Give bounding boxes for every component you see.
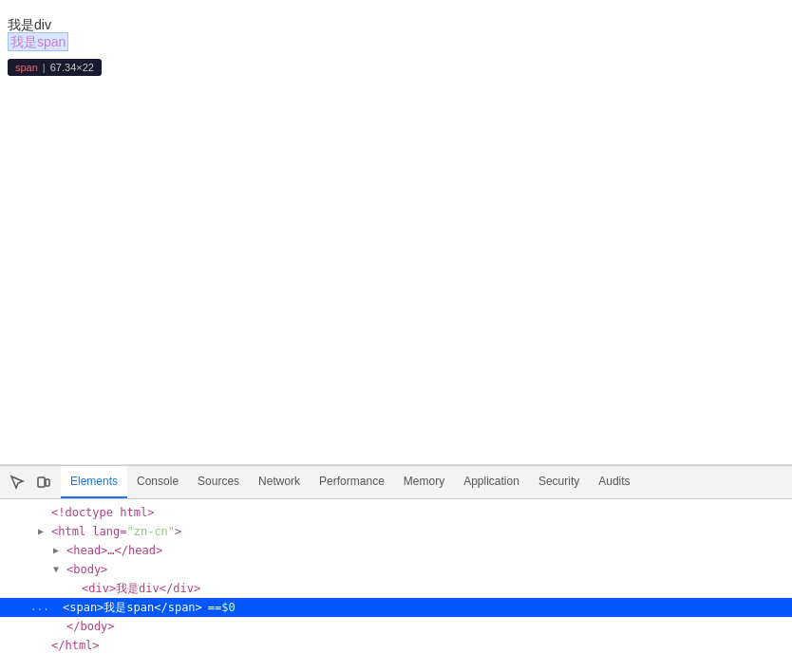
inspect-icon-button[interactable] [4,469,30,495]
tab-performance[interactable]: Performance [310,466,394,498]
devtools-toolbar: Elements Console Sources Network Perform… [0,466,792,499]
tooltip-tag: span [15,62,38,73]
code-body-open: <body> [66,561,107,578]
arrow-html[interactable] [38,523,49,540]
dollar-sign: $0 [221,599,235,616]
element-tooltip: span | 67.34×22 [8,59,102,76]
code-line-html-close[interactable]: </html> [0,636,792,655]
tab-memory[interactable]: Memory [394,466,454,498]
span-text: 我是span [8,32,68,51]
device-toolbar-button[interactable] [30,469,57,495]
code-html-close: </html> [51,637,100,654]
span-highlight: 我是span [8,33,68,51]
tooltip-divider: | [43,62,46,73]
arrow-head[interactable] [53,542,65,559]
svg-rect-0 [38,477,45,487]
code-line-body-close[interactable]: </body> [0,617,792,636]
gutter-span: ... [30,599,49,616]
code-doctype: <!doctype html> [51,504,154,521]
tab-application[interactable]: Application [454,466,529,498]
code-head: <head>…</head> [66,542,162,559]
code-line-doctype[interactable]: <!doctype html> [0,503,792,522]
code-line-head[interactable]: <head>…</head> [0,541,792,560]
tab-sources[interactable]: Sources [188,466,249,498]
devtools-panel: Elements Console Sources Network Perform… [0,465,792,672]
code-div: <div>我是div</div> [82,580,200,597]
devtools-tabs: Elements Console Sources Network Perform… [61,466,640,498]
tab-audits[interactable]: Audits [589,466,639,498]
equals-sign: == [208,599,221,616]
arrow-body[interactable] [53,561,65,578]
tab-console[interactable]: Console [127,466,188,498]
code-span: <span>我是span</span> [63,599,202,616]
code-line-div[interactable]: <div>我是div</div> [0,579,792,598]
code-line-body-open[interactable]: <body> [0,560,792,579]
code-body-close: </body> [66,618,115,635]
devtools-content: <!doctype html> <html lang="zn-cn"> <hea… [0,499,792,672]
tab-security[interactable]: Security [529,466,589,498]
tab-network[interactable]: Network [249,466,310,498]
code-line-html[interactable]: <html lang="zn-cn"> [0,522,792,541]
code-html: <html lang="zn-cn"> [51,523,181,540]
page-content: 我是div 我是span span | 67.34×22 [0,0,792,465]
code-line-span[interactable]: ... <span>我是span</span> == $0 [0,598,792,617]
tab-elements[interactable]: Elements [61,466,127,498]
tooltip-size: 67.34×22 [50,62,94,73]
svg-rect-1 [46,479,49,486]
